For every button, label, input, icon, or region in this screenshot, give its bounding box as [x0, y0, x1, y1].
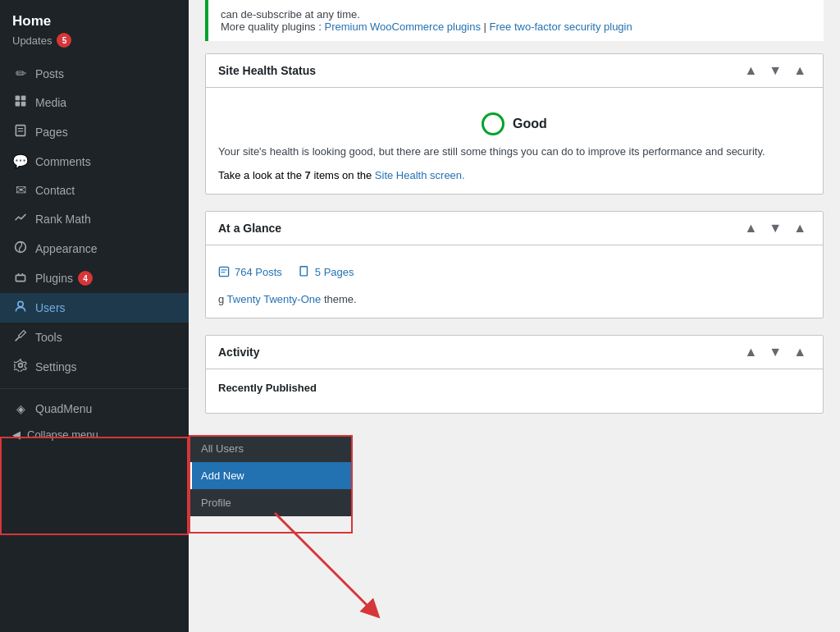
sidebar-bottom-menu: ◈ QuadMenu ◀ Collapse menu	[0, 392, 189, 451]
take-look-text: Take a look at the	[218, 169, 302, 181]
activity-widget: Activity ▲ ▼ ▲ Recently Published	[205, 335, 824, 414]
glance-pages-icon	[299, 266, 310, 277]
glance-posts-link[interactable]: 764 Posts	[235, 266, 282, 278]
site-health-minimize-btn[interactable]: ▲	[789, 62, 810, 79]
svg-line-12	[16, 337, 20, 341]
quality-link-2[interactable]: Free two-factor security plugin	[490, 21, 632, 33]
settings-icon	[12, 359, 29, 375]
sidebar-item-appearance[interactable]: Appearance	[0, 234, 189, 263]
at-a-glance-title: At a Glance	[218, 222, 281, 235]
comments-label: Comments	[35, 155, 91, 168]
health-status-label: Good	[513, 117, 547, 131]
notice-text: can de-subscribe at any time.	[221, 8, 360, 21]
activity-header: Activity ▲ ▼ ▲	[206, 336, 823, 369]
sidebar-updates-link[interactable]: Updates 5	[12, 31, 176, 49]
settings-label: Settings	[35, 360, 77, 373]
site-health-body: Good Your site's health is looking good,…	[206, 88, 823, 194]
site-health-header: Site Health Status ▲ ▼ ▲	[206, 54, 823, 88]
collapse-menu-button[interactable]: ◀ Collapse menu	[0, 422, 189, 447]
sidebar-item-media[interactable]: Media	[0, 88, 189, 117]
plugins-icon	[12, 270, 29, 286]
glance-up-btn[interactable]: ▲	[740, 220, 761, 236]
svg-rect-8	[16, 275, 25, 281]
sidebar-item-rankmath[interactable]: Rank Math	[0, 204, 189, 234]
updates-badge: 5	[57, 33, 71, 48]
quadmenu-label: QuadMenu	[35, 402, 92, 415]
quality-label: More quality plugins :	[221, 21, 322, 33]
users-label: Users	[35, 301, 66, 314]
health-items-count: 7	[305, 169, 311, 181]
activity-minimize-btn[interactable]: ▲	[789, 344, 810, 360]
svg-point-11	[18, 301, 23, 306]
glance-pages-link[interactable]: 5 Pages	[315, 266, 354, 278]
quadmenu-icon: ◈	[12, 402, 29, 415]
sidebar-item-quadmenu[interactable]: ◈ QuadMenu	[0, 396, 189, 422]
users-icon	[12, 300, 29, 316]
sidebar: Home Updates 5 ✏ Posts Media	[0, 0, 189, 632]
flyout-add-new[interactable]: Add New	[189, 462, 353, 489]
activity-body: Recently Published	[206, 369, 823, 413]
comments-icon: 💬	[12, 153, 29, 169]
flyout-menu-container: All Users Add New Profile	[189, 435, 353, 516]
flyout-profile[interactable]: Profile	[189, 489, 353, 516]
plugins-label: Plugins	[35, 272, 73, 285]
media-label: Media	[35, 96, 66, 109]
theme-link[interactable]: Twenty Twenty-One	[227, 293, 322, 305]
main-content: can de-subscribe at any time. More quali…	[189, 0, 840, 632]
activity-up-btn[interactable]: ▲	[740, 344, 761, 360]
sidebar-home-link[interactable]: Home	[12, 10, 176, 31]
sidebar-item-comments[interactable]: 💬 Comments	[0, 147, 189, 176]
svg-rect-4	[16, 126, 25, 136]
sidebar-item-tools[interactable]: Tools	[0, 323, 189, 352]
rankmath-icon	[12, 211, 29, 227]
health-status-indicator: Good	[218, 100, 810, 144]
health-circle-icon	[482, 112, 504, 135]
flyout-all-users[interactable]: All Users	[189, 435, 353, 462]
at-a-glance-widget: At a Glance ▲ ▼ ▲ 764 Posts 5 Pages	[205, 211, 824, 318]
site-health-controls: ▲ ▼ ▲	[740, 62, 810, 79]
glance-down-btn[interactable]: ▼	[765, 220, 786, 236]
sidebar-item-plugins[interactable]: Plugins 4	[0, 263, 189, 293]
health-items-text: Take a look at the 7 items on the Site H…	[218, 169, 810, 181]
health-items-label: items	[313, 169, 339, 181]
sidebar-item-users[interactable]: Users	[0, 293, 189, 323]
top-notice-bar: can de-subscribe at any time. More quali…	[205, 0, 824, 41]
appearance-label: Appearance	[35, 242, 98, 255]
at-a-glance-body: 764 Posts 5 Pages g Twenty Twenty-One th…	[206, 245, 823, 318]
site-health-widget: Site Health Status ▲ ▼ ▲ Good Your site'…	[205, 53, 824, 195]
appearance-icon	[12, 240, 29, 257]
at-a-glance-header: At a Glance ▲ ▼ ▲	[206, 212, 823, 245]
activity-title: Activity	[218, 346, 260, 359]
svg-point-13	[19, 364, 23, 368]
site-health-title: Site Health Status	[218, 64, 316, 77]
activity-down-btn[interactable]: ▼	[765, 344, 786, 360]
posts-label: Posts	[35, 67, 64, 80]
glance-posts-icon	[218, 266, 230, 277]
tools-label: Tools	[35, 331, 62, 344]
site-health-up-btn[interactable]: ▲	[740, 62, 761, 79]
posts-icon: ✏	[12, 66, 29, 81]
users-section-highlight	[0, 437, 189, 535]
sidebar-item-pages[interactable]: Pages	[0, 117, 189, 147]
quality-link-1[interactable]: Premium WooCommerce plugins	[324, 21, 481, 33]
tools-icon	[12, 329, 29, 346]
glance-minimize-btn[interactable]: ▲	[789, 220, 810, 236]
sidebar-item-settings[interactable]: Settings	[0, 352, 189, 382]
sidebar-separator	[0, 388, 189, 389]
svg-rect-0	[16, 96, 21, 101]
svg-rect-1	[21, 96, 26, 101]
contact-label: Contact	[35, 184, 75, 197]
activity-controls: ▲ ▼ ▲	[740, 344, 810, 360]
glance-pages-item: 5 Pages	[299, 266, 354, 278]
collapse-label: Collapse menu	[27, 428, 98, 441]
sidebar-item-contact[interactable]: ✉ Contact	[0, 176, 189, 204]
sidebar-item-posts[interactable]: ✏ Posts	[0, 59, 189, 88]
glance-posts-item: 764 Posts	[218, 266, 282, 278]
updates-label: Updates	[12, 34, 52, 47]
svg-rect-2	[16, 102, 21, 107]
glance-stats-grid: 764 Posts 5 Pages	[218, 258, 810, 286]
health-screen-link[interactable]: Site Health screen.	[375, 169, 465, 181]
sidebar-header: Home Updates 5	[0, 0, 189, 56]
site-health-down-btn[interactable]: ▼	[765, 62, 786, 79]
rankmath-label: Rank Math	[35, 213, 91, 226]
